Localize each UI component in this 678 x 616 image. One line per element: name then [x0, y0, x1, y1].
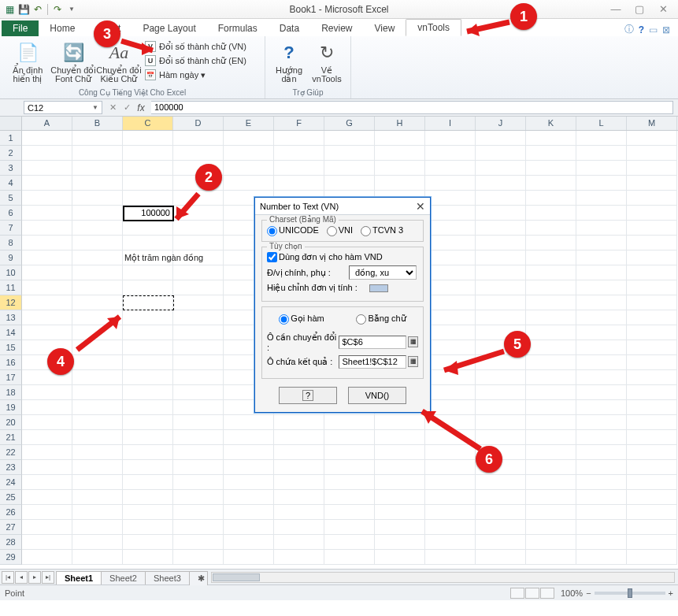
radio-tcvn[interactable]: TCVN 3 — [361, 225, 403, 236]
row-header[interactable]: 20 — [0, 415, 22, 430]
tab-view[interactable]: View — [364, 20, 406, 36]
row-header[interactable]: 21 — [0, 430, 22, 445]
row-header[interactable]: 10 — [0, 265, 22, 280]
row-header[interactable]: 13 — [0, 310, 22, 325]
tab-formulas[interactable]: Formulas — [207, 20, 269, 36]
row-header[interactable]: 5 — [0, 191, 22, 206]
sheet-nav-next[interactable]: ▸ — [28, 571, 41, 584]
formula-input[interactable]: 100000 — [151, 101, 673, 114]
help-icon[interactable]: ? — [639, 24, 644, 35]
col-header[interactable]: M — [627, 117, 677, 130]
tab-data[interactable]: Data — [269, 20, 310, 36]
row-header[interactable]: 25 — [0, 490, 22, 505]
horizontal-scrollbar[interactable] — [211, 572, 675, 583]
tab-insert[interactable]: Insert — [86, 20, 132, 36]
tab-file[interactable]: File — [2, 20, 39, 36]
radio-call-function[interactable]: Gọi hàm — [279, 314, 324, 325]
date-functions-button[interactable]: 📅Hàm ngày ▾ — [142, 69, 260, 81]
row-header[interactable]: 4 — [0, 176, 22, 191]
col-header[interactable]: B — [72, 117, 123, 130]
undo-icon[interactable]: ↶ — [31, 3, 44, 16]
view-normal-button[interactable] — [510, 588, 524, 599]
row-header[interactable]: 23 — [0, 460, 22, 475]
row-header[interactable]: 18 — [0, 385, 22, 400]
minimize-ribbon-icon[interactable]: ⓘ — [624, 23, 634, 36]
row-header[interactable]: 28 — [0, 535, 22, 550]
num-to-text-vn-button[interactable]: VĐổi số thành chữ (VN) — [142, 40, 260, 53]
save-icon[interactable]: 💾 — [17, 3, 30, 16]
col-header[interactable]: H — [375, 117, 425, 130]
row-header[interactable]: 7 — [0, 221, 22, 236]
col-header[interactable]: G — [324, 117, 375, 130]
tab-vntools[interactable]: vnTools — [406, 19, 461, 36]
row-header[interactable]: 15 — [0, 340, 22, 355]
dialog-help-button[interactable]: ? — [279, 387, 337, 404]
window-restore-icon[interactable]: ▭ — [649, 24, 658, 35]
unit-color-swatch[interactable] — [369, 284, 388, 292]
col-header[interactable]: E — [224, 117, 274, 130]
font-convert-button[interactable]: 🔄 Chuyển đổiFont Chữ — [50, 38, 96, 83]
mdi-close-icon[interactable]: ⊠ — [662, 24, 670, 35]
result-cell-picker-icon[interactable]: ▦ — [408, 356, 418, 367]
row-header[interactable]: 1 — [0, 131, 22, 146]
cancel-formula-icon[interactable]: ✕ — [106, 102, 120, 113]
col-header[interactable]: K — [526, 117, 576, 130]
zoom-slider[interactable] — [595, 592, 665, 595]
source-cell-input[interactable] — [339, 336, 406, 349]
col-header[interactable]: D — [173, 117, 224, 130]
source-cell-picker-icon[interactable]: ▦ — [408, 336, 418, 347]
redo-icon[interactable]: ↷ — [51, 3, 64, 16]
cell-c9[interactable]: Một trăm ngàn đồng — [124, 253, 203, 263]
zoom-in-button[interactable]: + — [669, 588, 673, 598]
row-header[interactable]: 8 — [0, 236, 22, 250]
col-header[interactable]: F — [274, 117, 324, 130]
row-header[interactable]: 6 — [0, 206, 22, 221]
dialog-titlebar[interactable]: Number to Text (VN) ✕ — [255, 198, 430, 215]
cell-c6[interactable]: 100000 — [123, 206, 174, 221]
zoom-slider-handle[interactable] — [628, 588, 632, 598]
row-header[interactable]: 3 — [0, 161, 22, 176]
col-header[interactable]: C — [123, 117, 173, 130]
tab-review[interactable]: Review — [310, 20, 363, 36]
sheet-tab-2[interactable]: Sheet2 — [101, 571, 146, 584]
row-header[interactable]: 2 — [0, 146, 22, 161]
result-cell-input[interactable] — [339, 355, 406, 369]
col-header[interactable]: L — [576, 117, 627, 130]
radio-unicode[interactable]: UNICODE — [267, 225, 319, 236]
col-header[interactable]: A — [22, 117, 72, 130]
row-header[interactable]: 12 — [0, 295, 22, 310]
zoom-level[interactable]: 100% — [561, 588, 583, 598]
about-button[interactable]: ↻ VềvnTools — [308, 38, 346, 83]
radio-by-text[interactable]: Bằng chữ — [356, 314, 406, 325]
minimize-button[interactable]: — — [607, 3, 624, 16]
maximize-button[interactable]: ▢ — [631, 3, 648, 16]
name-box[interactable]: C12 ▼ — [24, 101, 102, 114]
radio-vni[interactable]: VNI — [327, 225, 353, 236]
guide-button[interactable]: ? Hướngdẫn — [270, 38, 308, 83]
row-header[interactable]: 29 — [0, 550, 22, 565]
select-all-cell[interactable] — [0, 117, 22, 131]
freeze-display-button[interactable]: 📄 Ẩn địnhhiển thị — [5, 38, 50, 83]
dialog-vnd-button[interactable]: VND() — [348, 387, 406, 404]
row-header[interactable]: 24 — [0, 475, 22, 490]
dialog-close-icon[interactable]: ✕ — [416, 200, 425, 213]
check-use-unit[interactable]: Dùng đơn vị cho hàm VND — [267, 252, 383, 263]
view-page-layout-button[interactable] — [525, 588, 539, 599]
sheet-nav-first[interactable]: |◂ — [2, 571, 14, 584]
row-header[interactable]: 9 — [0, 250, 22, 265]
col-header[interactable]: J — [476, 117, 526, 130]
tab-page-layout[interactable]: Page Layout — [132, 20, 206, 36]
new-sheet-button[interactable]: ✱ — [189, 571, 208, 585]
row-header[interactable]: 14 — [0, 325, 22, 340]
row-header[interactable]: 11 — [0, 280, 22, 295]
row-header[interactable]: 27 — [0, 520, 22, 535]
row-header[interactable]: 22 — [0, 445, 22, 460]
close-button[interactable]: ✕ — [654, 3, 672, 16]
sheet-nav-prev[interactable]: ◂ — [15, 571, 28, 584]
col-header[interactable]: I — [425, 117, 476, 130]
name-box-dropdown-icon[interactable]: ▼ — [92, 104, 98, 111]
fx-icon[interactable]: fx — [134, 102, 148, 113]
scrollbar-thumb[interactable] — [213, 573, 260, 581]
accept-formula-icon[interactable]: ✓ — [120, 102, 134, 113]
unit-select[interactable]: đồng, xu — [349, 265, 417, 280]
